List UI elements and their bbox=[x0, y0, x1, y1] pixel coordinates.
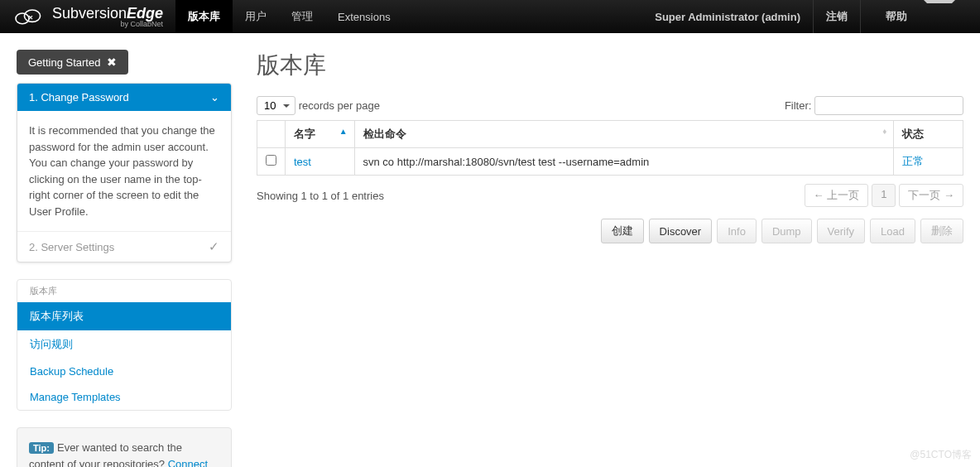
repo-name-link[interactable]: test bbox=[294, 156, 311, 168]
pagination: ← 上一页 1 下一页 → bbox=[805, 184, 963, 207]
getting-started-badge[interactable]: Getting Started ✖ bbox=[17, 50, 128, 75]
side-menu-header: 版本库 bbox=[17, 280, 231, 302]
page-prev[interactable]: ← 上一页 bbox=[805, 184, 869, 207]
filter-label: Filter: bbox=[785, 99, 812, 112]
caret-down-icon bbox=[924, 0, 955, 33]
nav-main: 版本库 用户 管理 Extensions bbox=[175, 0, 403, 33]
page-next[interactable]: 下一页 → bbox=[899, 184, 963, 207]
navbar: SubversionEdge by CollabNet 版本库 用户 管理 Ex… bbox=[0, 0, 980, 33]
watermark: @51CTO博客 bbox=[910, 448, 972, 462]
table-info: Showing 1 to 1 of 1 entries bbox=[257, 190, 384, 202]
page-1[interactable]: 1 bbox=[872, 184, 896, 207]
side-menu-backup[interactable]: Backup Schedule bbox=[17, 359, 231, 384]
create-button[interactable]: 创建 bbox=[601, 219, 644, 243]
svg-point-0 bbox=[16, 13, 29, 24]
wizard: 1. Change Password ⌄ It is recommended t… bbox=[17, 83, 232, 262]
dump-button[interactable]: Dump bbox=[761, 219, 812, 243]
nav-users[interactable]: 用户 bbox=[233, 0, 279, 33]
wizard-step-1-label: 1. Change Password bbox=[29, 91, 129, 104]
nav-admin[interactable]: 管理 bbox=[279, 0, 325, 33]
col-checkbox bbox=[257, 121, 286, 148]
nav-repo[interactable]: 版本库 bbox=[175, 0, 233, 33]
repo-status-link[interactable]: 正常 bbox=[902, 155, 924, 167]
close-icon[interactable]: ✖ bbox=[107, 55, 117, 69]
current-user[interactable]: Super Administrator (admin) bbox=[642, 0, 813, 33]
button-bar: 创建 Discover Info Dump Verify Load 删除 bbox=[257, 219, 963, 243]
logout-link[interactable]: 注销 bbox=[814, 0, 860, 33]
getting-started-label: Getting Started bbox=[28, 56, 100, 69]
nav-extensions[interactable]: Extensions bbox=[325, 0, 403, 33]
sidebar: Getting Started ✖ 1. Change Password ⌄ I… bbox=[17, 50, 232, 467]
delete-button[interactable]: 删除 bbox=[920, 219, 963, 243]
cloud-icon bbox=[12, 7, 46, 26]
table-footer: Showing 1 to 1 of 1 entries ← 上一页 1 下一页 … bbox=[257, 184, 963, 207]
tip-well: Tip:Ever wanted to search the content of… bbox=[17, 427, 232, 467]
check-icon: ✓ bbox=[209, 239, 219, 254]
help-link[interactable]: 帮助 bbox=[861, 0, 968, 33]
sort-icon: ♦ bbox=[882, 127, 886, 136]
wizard-step-1[interactable]: 1. Change Password ⌄ bbox=[17, 84, 231, 111]
table-row: test svn co http://marshal:18080/svn/tes… bbox=[257, 148, 963, 176]
col-status[interactable]: 状态 bbox=[894, 121, 963, 148]
filter-input[interactable] bbox=[814, 96, 963, 115]
nav-right: Super Administrator (admin) 注销 帮助 bbox=[642, 0, 968, 33]
chevron-down-icon: ⌄ bbox=[210, 91, 219, 104]
verify-button[interactable]: Verify bbox=[817, 219, 866, 243]
sort-asc-icon: ▲ bbox=[339, 127, 348, 136]
col-checkout[interactable]: 检出命令♦ bbox=[354, 121, 894, 148]
brand-name: SubversionEdge bbox=[52, 5, 163, 22]
wizard-step-2-label: 2. Server Settings bbox=[29, 241, 114, 253]
table-controls: 10 records per page Filter: bbox=[257, 96, 963, 115]
tip-connect-link[interactable]: Connect bbox=[168, 458, 208, 468]
repo-table: 名字▲ 检出命令♦ 状态 test svn co http://marshal:… bbox=[257, 120, 963, 176]
brand-logo[interactable]: SubversionEdge by CollabNet bbox=[0, 0, 175, 33]
wizard-step-2[interactable]: 2. Server Settings ✓ bbox=[17, 232, 231, 262]
col-name[interactable]: 名字▲ bbox=[286, 121, 355, 148]
side-menu-templates[interactable]: Manage Templates bbox=[17, 384, 231, 410]
info-button[interactable]: Info bbox=[717, 219, 757, 243]
row-checkbox[interactable] bbox=[266, 155, 276, 166]
tip-badge: Tip: bbox=[29, 442, 54, 454]
repo-checkout: svn co http://marshal:18080/svn/test tes… bbox=[354, 148, 894, 176]
side-menu-repo-list[interactable]: 版本库列表 bbox=[17, 302, 231, 330]
discover-button[interactable]: Discover bbox=[649, 219, 713, 243]
wizard-step-1-body: It is recommended that you change the pa… bbox=[17, 111, 231, 232]
page-title: 版本库 bbox=[257, 50, 963, 81]
page-length-label: records per page bbox=[299, 99, 380, 112]
load-button[interactable]: Load bbox=[870, 219, 915, 243]
side-menu: 版本库 版本库列表 访问规则 Backup Schedule Manage Te… bbox=[17, 279, 232, 411]
main-content: 版本库 10 records per page Filter: 名字▲ 检出命令… bbox=[257, 50, 963, 243]
page-length-select[interactable]: 10 bbox=[257, 96, 295, 115]
side-menu-access-rules[interactable]: 访问规则 bbox=[17, 330, 231, 359]
